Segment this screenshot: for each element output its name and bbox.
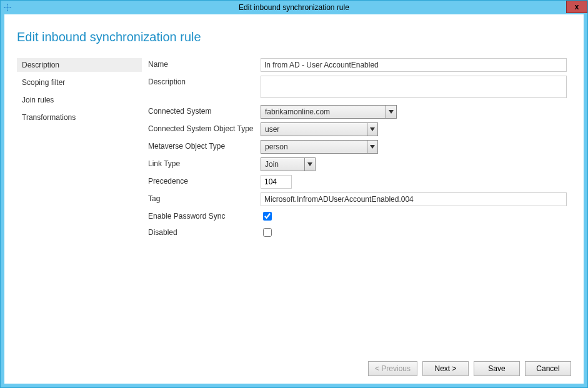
close-button[interactable]: x bbox=[566, 1, 587, 13]
svg-marker-11 bbox=[307, 162, 312, 166]
svg-marker-8 bbox=[389, 110, 394, 114]
description-input[interactable] bbox=[261, 76, 567, 98]
cancel-button[interactable]: Cancel bbox=[525, 361, 571, 376]
sidebar-item-transformations[interactable]: Transformations bbox=[17, 111, 142, 124]
save-button[interactable]: Save bbox=[474, 361, 520, 376]
label-cs-object-type: Connected System Object Type bbox=[148, 122, 261, 136]
sidebar: Description Scoping filter Join rules Tr… bbox=[17, 58, 142, 357]
sidebar-item-join-rules[interactable]: Join rules bbox=[17, 93, 142, 107]
label-name: Name bbox=[148, 58, 261, 72]
chevron-down-icon[interactable] bbox=[367, 140, 378, 154]
svg-marker-10 bbox=[370, 145, 375, 149]
precedence-input[interactable] bbox=[261, 175, 292, 189]
form-area: Name Description Connected System bbox=[148, 58, 571, 357]
content: Description Scoping filter Join rules Tr… bbox=[17, 58, 571, 357]
page-title: Edit inbound synchronization rule bbox=[17, 30, 571, 44]
chevron-down-icon[interactable] bbox=[386, 105, 397, 119]
chevron-down-icon[interactable] bbox=[367, 122, 378, 136]
sidebar-item-label: Description bbox=[22, 61, 59, 69]
cs-object-type-value: user bbox=[261, 122, 367, 136]
next-button[interactable]: Next > bbox=[422, 361, 469, 376]
label-precedence: Precedence bbox=[148, 175, 261, 189]
name-input[interactable] bbox=[261, 58, 567, 72]
link-type-value: Join bbox=[261, 157, 304, 171]
app-icon bbox=[3, 3, 12, 12]
connected-system-value: fabrikamonline.com bbox=[261, 105, 386, 119]
label-enable-password-sync: Enable Password Sync bbox=[148, 210, 261, 222]
label-description: Description bbox=[148, 76, 261, 100]
mv-object-type-value: person bbox=[261, 140, 367, 154]
tag-input[interactable] bbox=[261, 192, 567, 206]
previous-button[interactable]: < Previous bbox=[368, 361, 417, 376]
dialog-window: Edit inbound synchronization rule x Edit… bbox=[0, 0, 588, 388]
sidebar-item-description[interactable]: Description bbox=[17, 58, 142, 72]
cs-object-type-dropdown[interactable]: user bbox=[261, 122, 378, 136]
titlebar: Edit inbound synchronization rule x bbox=[1, 1, 587, 14]
mv-object-type-dropdown[interactable]: person bbox=[261, 140, 378, 154]
svg-marker-9 bbox=[370, 127, 375, 131]
label-link-type: Link Type bbox=[148, 157, 261, 171]
label-mv-object-type: Metaverse Object Type bbox=[148, 140, 261, 154]
sidebar-item-scoping-filter[interactable]: Scoping filter bbox=[17, 76, 142, 89]
sidebar-item-label: Scoping filter bbox=[22, 78, 65, 87]
disabled-checkbox[interactable] bbox=[263, 228, 272, 237]
enable-password-sync-checkbox[interactable] bbox=[263, 212, 272, 221]
window-title: Edit inbound synchronization rule bbox=[1, 3, 587, 12]
link-type-dropdown[interactable]: Join bbox=[261, 157, 316, 171]
sidebar-item-label: Join rules bbox=[22, 96, 54, 104]
label-tag: Tag bbox=[148, 192, 261, 206]
label-disabled: Disabled bbox=[148, 226, 261, 239]
close-icon: x bbox=[575, 2, 579, 11]
connected-system-dropdown[interactable]: fabrikamonline.com bbox=[261, 105, 397, 119]
button-bar: < Previous Next > Save Cancel bbox=[17, 357, 571, 377]
window-body: Edit inbound synchronization rule Descri… bbox=[1, 14, 587, 387]
label-connected-system: Connected System bbox=[148, 105, 261, 119]
sidebar-item-label: Transformations bbox=[22, 113, 76, 122]
chevron-down-icon[interactable] bbox=[304, 157, 316, 171]
